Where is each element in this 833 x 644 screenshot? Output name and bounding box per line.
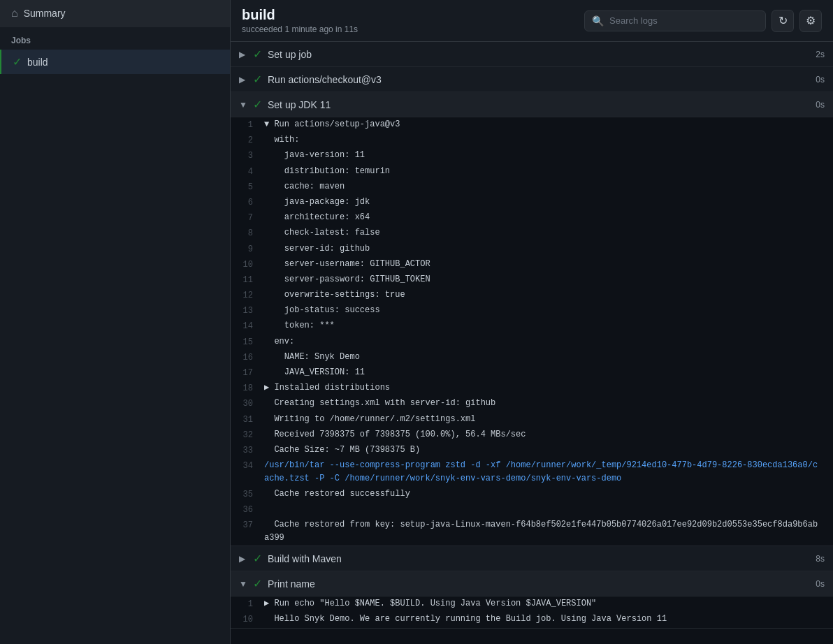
log-line: 1▶ Run echo "Hello $NAME. $BUILD. Using … — [231, 597, 833, 612]
log-block-print-name: 1▶ Run echo "Hello $NAME. $BUILD. Using … — [231, 597, 833, 628]
step-row-print-name[interactable]: ▼✓Print name0s — [231, 571, 833, 597]
line-number: 14 — [231, 319, 264, 333]
step-status-icon-build-maven: ✓ — [253, 552, 262, 565]
line-number: 8 — [231, 226, 264, 240]
step-row-setup-job[interactable]: ▶✓Set up job2s — [231, 42, 833, 67]
line-number: 16 — [231, 351, 264, 365]
line-content: check-latest: false — [264, 226, 833, 240]
log-line: 35 Cache restored successfully — [231, 487, 833, 502]
step-chevron-setup-job: ▶ — [239, 50, 249, 59]
log-line: 31 Writing to /home/runner/.m2/settings.… — [231, 412, 833, 427]
line-number: 5 — [231, 180, 264, 194]
header-actions: 🔍 ↻ ⚙ — [584, 10, 822, 32]
line-number: 6 — [231, 196, 264, 210]
step-duration-setup-job: 2s — [816, 50, 825, 59]
search-icon: 🔍 — [592, 15, 604, 27]
sidebar: ⌂ Summary Jobs ✓ build — [0, 0, 231, 644]
step-chevron-checkout: ▶ — [239, 75, 249, 85]
line-number: 34 — [231, 459, 264, 473]
line-number: 13 — [231, 304, 264, 318]
sidebar-jobs-section: Jobs — [0, 27, 230, 50]
step-duration-print-name: 0s — [816, 579, 825, 589]
search-input-container[interactable]: 🔍 — [584, 10, 766, 31]
line-content: env: — [264, 335, 833, 349]
line-content: NAME: Snyk Demo — [264, 351, 833, 364]
build-header: build succeeded 1 minute ago in 11s 🔍 ↻ … — [231, 0, 833, 42]
log-line: 33 Cache Size: ~7 MB (7398375 B) — [231, 443, 833, 458]
log-line: 16 NAME: Snyk Demo — [231, 350, 833, 365]
line-content: server-id: github — [264, 242, 833, 256]
log-line: 17 JAVA_VERSION: 11 — [231, 365, 833, 381]
step-chevron-print-name: ▼ — [239, 579, 249, 589]
log-block-setup-jdk: 1▼ Run actions/setup-java@v32 with:3 jav… — [231, 117, 833, 546]
main-content: build succeeded 1 minute ago in 11s 🔍 ↻ … — [231, 0, 833, 644]
line-content: with: — [264, 133, 833, 147]
log-line: 12 overwrite-settings: true — [231, 288, 833, 303]
log-line: 10 server-username: GITHUB_ACTOR — [231, 257, 833, 272]
log-line: 36 — [231, 502, 833, 518]
step-status-icon-print-name: ✓ — [253, 577, 262, 590]
step-row-checkout[interactable]: ▶✓Run actions/checkout@v30s — [231, 67, 833, 92]
refresh-button[interactable]: ↻ — [772, 10, 794, 32]
line-content: java-version: 11 — [264, 149, 833, 162]
line-number: 36 — [231, 503, 264, 517]
line-number: 32 — [231, 428, 264, 442]
line-content: architecture: x64 — [264, 211, 833, 224]
line-number: 1 — [231, 118, 264, 132]
step-label-build-maven: Build with Maven — [268, 553, 816, 564]
line-content: ▶ Installed distributions — [264, 381, 833, 395]
line-content: Received 7398375 of 7398375 (100.0%), 56… — [264, 428, 833, 441]
line-content: Writing to /home/runner/.m2/settings.xml — [264, 413, 833, 426]
step-status-icon-setup-job: ✓ — [253, 47, 262, 61]
line-content: job-status: success — [264, 304, 833, 317]
step-status-icon-checkout: ✓ — [253, 73, 262, 86]
line-content: cache: maven — [264, 180, 833, 193]
line-content: overwrite-settings: true — [264, 288, 833, 302]
line-number: 31 — [231, 413, 264, 427]
line-content: Creating settings.xml with server-id: gi… — [264, 397, 833, 410]
build-subtitle: succeeded 1 minute ago in 11s — [242, 24, 358, 34]
build-title-section: build succeeded 1 minute ago in 11s — [242, 7, 358, 34]
line-number: 17 — [231, 366, 264, 380]
home-icon: ⌂ — [11, 7, 18, 20]
log-line: 7 architecture: x64 — [231, 210, 833, 226]
log-line: 10 Hello Snyk Demo. We are currently run… — [231, 612, 833, 627]
log-line: 11 server-password: GITHUB_TOKEN — [231, 272, 833, 288]
line-content: token: *** — [264, 319, 833, 332]
log-line: 32 Received 7398375 of 7398375 (100.0%),… — [231, 427, 833, 443]
log-content[interactable]: ▶✓Set up job2s▶✓Run actions/checkout@v30… — [231, 42, 833, 644]
log-line: 3 java-version: 11 — [231, 148, 833, 163]
build-title: build — [242, 7, 358, 23]
line-number: 2 — [231, 133, 264, 147]
line-content: Cache Size: ~7 MB (7398375 B) — [264, 444, 833, 457]
step-row-setup-jdk[interactable]: ▼✓Set up JDK 110s — [231, 92, 833, 117]
line-number: 3 — [231, 149, 264, 163]
sidebar-summary-item[interactable]: ⌂ Summary — [0, 0, 230, 27]
step-label-setup-jdk: Set up JDK 11 — [268, 99, 816, 110]
log-line: 14 token: *** — [231, 319, 833, 334]
line-number: 33 — [231, 444, 264, 458]
step-row-build-maven[interactable]: ▶✓Build with Maven8s — [231, 546, 833, 571]
step-label-setup-job: Set up job — [268, 49, 816, 60]
sidebar-job-build[interactable]: ✓ build — [0, 50, 230, 74]
line-number: 10 — [231, 258, 264, 272]
line-number: 30 — [231, 397, 264, 411]
line-content: Cache restored successfully — [264, 488, 833, 501]
log-line: 4 distribution: temurin — [231, 164, 833, 180]
log-line: 37 Cache restored from key: setup-java-L… — [231, 518, 833, 546]
settings-button[interactable]: ⚙ — [799, 10, 822, 32]
line-number: 15 — [231, 335, 264, 349]
line-number: 10 — [231, 613, 264, 627]
log-line: 5 cache: maven — [231, 180, 833, 195]
line-content: server-username: GITHUB_ACTOR — [264, 258, 833, 271]
log-line: 15 env: — [231, 335, 833, 350]
line-number: 9 — [231, 242, 264, 256]
step-duration-build-maven: 8s — [816, 554, 825, 564]
log-line: 34/usr/bin/tar --use-compress-program zs… — [231, 458, 833, 486]
log-line: 13 job-status: success — [231, 303, 833, 319]
line-content[interactable]: /usr/bin/tar --use-compress-program zstd… — [264, 459, 833, 485]
search-input[interactable] — [609, 15, 758, 26]
sidebar-summary-label: Summary — [24, 8, 66, 19]
line-number: 1 — [231, 597, 264, 611]
step-duration-setup-jdk: 0s — [816, 100, 825, 110]
